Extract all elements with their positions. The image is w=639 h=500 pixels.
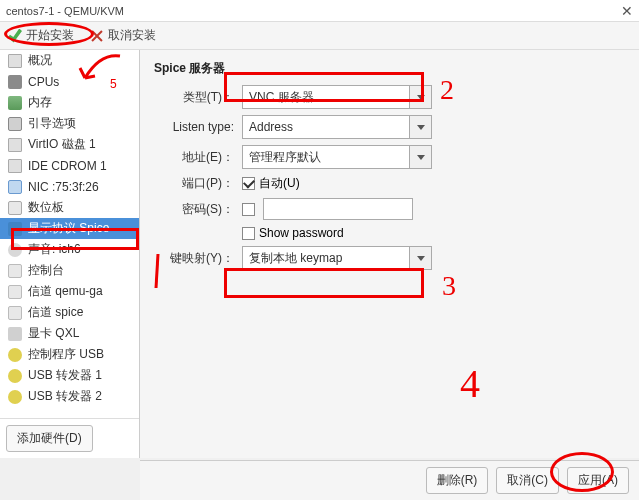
listen-value: Address: [243, 120, 409, 134]
sidebar-item-label: VirtIO 磁盘 1: [28, 136, 96, 153]
chevron-down-icon: [409, 86, 431, 108]
sidebar-item-label: NIC :75:3f:26: [28, 180, 99, 194]
serial-icon: [8, 264, 22, 278]
sidebar-item-label: 控制台: [28, 262, 64, 279]
pass-label: 密码(S)：: [154, 201, 234, 218]
delete-button[interactable]: 删除(R): [426, 467, 489, 494]
usb-icon: [8, 390, 22, 404]
panel-title: Spice 服务器: [154, 60, 625, 77]
port-label: 端口(P)：: [154, 175, 234, 192]
addr-label: 地址(E)：: [154, 149, 234, 166]
begin-install-label: 开始安装: [26, 27, 74, 44]
sidebar-item-label: CPUs: [28, 75, 59, 89]
cancel-button[interactable]: 取消(C): [496, 467, 559, 494]
port-auto-label: 自动(U): [259, 175, 300, 192]
serial-icon: [8, 285, 22, 299]
password-enable-checkbox[interactable]: [242, 203, 255, 216]
sidebar-item-label: 声音: ich6: [28, 241, 81, 258]
video-icon: [8, 327, 22, 341]
sidebar-item-label: 引导选项: [28, 115, 76, 132]
sidebar-item-3[interactable]: 引导选项: [0, 113, 139, 134]
begin-install-button[interactable]: 开始安装: [8, 27, 74, 44]
checkbox-icon: [242, 177, 255, 190]
mem-icon: [8, 96, 22, 110]
sidebar-item-0[interactable]: 概况: [0, 50, 139, 71]
display-icon: [8, 222, 22, 236]
sidebar-item-7[interactable]: 数位板: [0, 197, 139, 218]
usb-icon: [8, 348, 22, 362]
sidebar-item-label: IDE CDROM 1: [28, 159, 107, 173]
tablet-icon: [8, 201, 22, 215]
disk-icon: [8, 159, 22, 173]
footer: 删除(R) 取消(C) 应用(A): [140, 460, 639, 500]
check-icon: [8, 29, 22, 43]
sidebar-item-label: 显卡 QXL: [28, 325, 79, 342]
chevron-down-icon: [409, 146, 431, 168]
keymap-value: 复制本地 keymap: [243, 250, 409, 267]
disk-icon: [8, 138, 22, 152]
sidebar-item-9[interactable]: 声音: ich6: [0, 239, 139, 260]
sidebar-item-16[interactable]: USB 转发器 2: [0, 386, 139, 407]
sidebar-item-5[interactable]: IDE CDROM 1: [0, 155, 139, 176]
sidebar-item-label: 数位板: [28, 199, 64, 216]
sidebar-item-1[interactable]: CPUs: [0, 71, 139, 92]
sidebar-item-8[interactable]: 显示协议 Spice: [0, 218, 139, 239]
content-panel: Spice 服务器 类型(T)： VNC 服务器 Listen type: Ad…: [140, 50, 639, 458]
listen-label: Listen type:: [154, 120, 234, 134]
keymap-label: 键映射(Y)：: [154, 250, 234, 267]
addr-value: 管理程序默认: [243, 149, 409, 166]
cpu-icon: [8, 75, 22, 89]
serial-icon: [8, 306, 22, 320]
disk-icon: [8, 54, 22, 68]
chevron-down-icon: [409, 247, 431, 269]
show-password-checkbox[interactable]: Show password: [242, 226, 344, 240]
sidebar-item-13[interactable]: 显卡 QXL: [0, 323, 139, 344]
sidebar-item-15[interactable]: USB 转发器 1: [0, 365, 139, 386]
sidebar-item-label: 显示协议 Spice: [28, 220, 109, 237]
sidebar-item-label: 控制程序 USB: [28, 346, 104, 363]
sidebar-item-11[interactable]: 信道 qemu-ga: [0, 281, 139, 302]
show-password-label: Show password: [259, 226, 344, 240]
sidebar-item-2[interactable]: 内存: [0, 92, 139, 113]
sidebar-item-12[interactable]: 信道 spice: [0, 302, 139, 323]
sidebar-item-label: 信道 spice: [28, 304, 83, 321]
addr-combo[interactable]: 管理程序默认: [242, 145, 432, 169]
sidebar-item-6[interactable]: NIC :75:3f:26: [0, 176, 139, 197]
toolbar: 开始安装 取消安装: [0, 22, 639, 50]
usb-icon: [8, 369, 22, 383]
x-icon: [90, 29, 104, 43]
cancel-install-label: 取消安装: [108, 27, 156, 44]
sidebar-item-10[interactable]: 控制台: [0, 260, 139, 281]
sidebar-item-label: 内存: [28, 94, 52, 111]
checkbox-icon: [242, 203, 255, 216]
cancel-install-button[interactable]: 取消安装: [90, 27, 156, 44]
listen-combo[interactable]: Address: [242, 115, 432, 139]
apply-button[interactable]: 应用(A): [567, 467, 629, 494]
type-label: 类型(T)：: [154, 89, 234, 106]
sidebar-item-label: USB 转发器 1: [28, 367, 102, 384]
window-title: centos7-1 - QEMU/KVM: [6, 5, 124, 17]
sound-icon: [8, 243, 22, 257]
chevron-down-icon: [409, 116, 431, 138]
sidebar-item-label: 信道 qemu-ga: [28, 283, 103, 300]
type-value: VNC 服务器: [243, 89, 409, 106]
sidebar-item-4[interactable]: VirtIO 磁盘 1: [0, 134, 139, 155]
sidebar-item-label: 概况: [28, 52, 52, 69]
password-input[interactable]: [263, 198, 413, 220]
checkbox-icon: [242, 227, 255, 240]
sidebar-item-14[interactable]: 控制程序 USB: [0, 344, 139, 365]
keymap-combo[interactable]: 复制本地 keymap: [242, 246, 432, 270]
boot-icon: [8, 117, 22, 131]
titlebar: centos7-1 - QEMU/KVM ✕: [0, 0, 639, 22]
port-auto-checkbox[interactable]: 自动(U): [242, 175, 300, 192]
sidebar: 概况CPUs内存引导选项VirtIO 磁盘 1IDE CDROM 1NIC :7…: [0, 50, 140, 458]
add-hardware-button[interactable]: 添加硬件(D): [6, 425, 93, 452]
close-icon[interactable]: ✕: [621, 3, 633, 19]
type-combo[interactable]: VNC 服务器: [242, 85, 432, 109]
net-icon: [8, 180, 22, 194]
sidebar-item-label: USB 转发器 2: [28, 388, 102, 405]
